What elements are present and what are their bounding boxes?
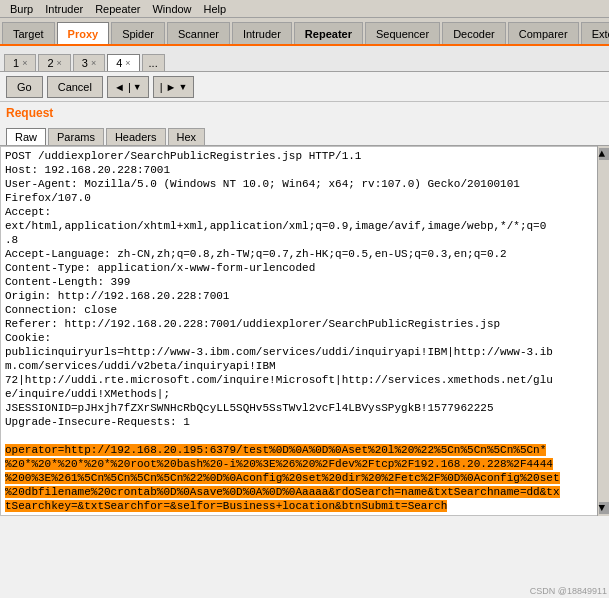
forward-dropdown-icon[interactable]: ▼ [178,82,187,92]
request-tab-params[interactable]: Params [48,128,104,145]
request-section-title: Request [0,102,609,122]
request-tab-raw[interactable]: Raw [6,128,46,145]
forward-button[interactable]: | ► ▼ [153,76,195,98]
tab-spider[interactable]: Spider [111,22,165,44]
subtab-3[interactable]: 3 × [73,54,105,71]
close-tab-1[interactable]: × [22,58,27,68]
tab-intruder[interactable]: Intruder [232,22,292,44]
nav-tabs: Target Proxy Spider Scanner Intruder Rep… [0,18,609,46]
subtab-more[interactable]: ... [142,54,165,71]
menu-bar: Burp Intruder Repeater Window Help [0,0,609,18]
tab-scanner[interactable]: Scanner [167,22,230,44]
scrollbar-down[interactable]: ▼ [599,502,609,514]
request-highlighted-text: operator=http://192.168.20.195:6379/test… [5,444,560,512]
close-tab-2[interactable]: × [57,58,62,68]
tab-sequencer[interactable]: Sequencer [365,22,440,44]
menu-repeater[interactable]: Repeater [89,3,146,15]
subtab-2[interactable]: 2 × [38,54,70,71]
close-tab-3[interactable]: × [91,58,96,68]
tab-comparer[interactable]: Comparer [508,22,579,44]
back-dropdown-icon[interactable]: ▼ [133,82,142,92]
request-normal-text: POST /uddiexplorer/SearchPublicRegistrie… [5,150,553,428]
menu-window[interactable]: Window [146,3,197,15]
subtab-1[interactable]: 1 × [4,54,36,71]
request-body[interactable]: POST /uddiexplorer/SearchPublicRegistrie… [0,146,609,516]
menu-burp[interactable]: Burp [4,3,39,15]
subtab-4[interactable]: 4 × [107,54,139,71]
cancel-button[interactable]: Cancel [47,76,103,98]
go-button[interactable]: Go [6,76,43,98]
close-tab-4[interactable]: × [125,58,130,68]
watermark: CSDN @18849911 [530,586,607,596]
request-tab-headers[interactable]: Headers [106,128,166,145]
menu-intruder[interactable]: Intruder [39,3,89,15]
scrollbar[interactable]: ▲ ▼ [597,146,609,516]
menu-help[interactable]: Help [198,3,233,15]
tab-decoder[interactable]: Decoder [442,22,506,44]
request-tabs: Raw Params Headers Hex [0,122,609,146]
tab-proxy[interactable]: Proxy [57,22,110,44]
tab-extender[interactable]: Extender [581,22,609,44]
sub-tabs: 1 × 2 × 3 × 4 × ... [0,46,609,72]
tab-target[interactable]: Target [2,22,55,44]
scrollbar-up[interactable]: ▲ [599,148,609,160]
back-button[interactable]: ◄ | ▼ [107,76,149,98]
toolbar: Go Cancel ◄ | ▼ | ► ▼ [0,72,609,102]
tab-repeater[interactable]: Repeater [294,22,363,44]
request-tab-hex[interactable]: Hex [168,128,206,145]
